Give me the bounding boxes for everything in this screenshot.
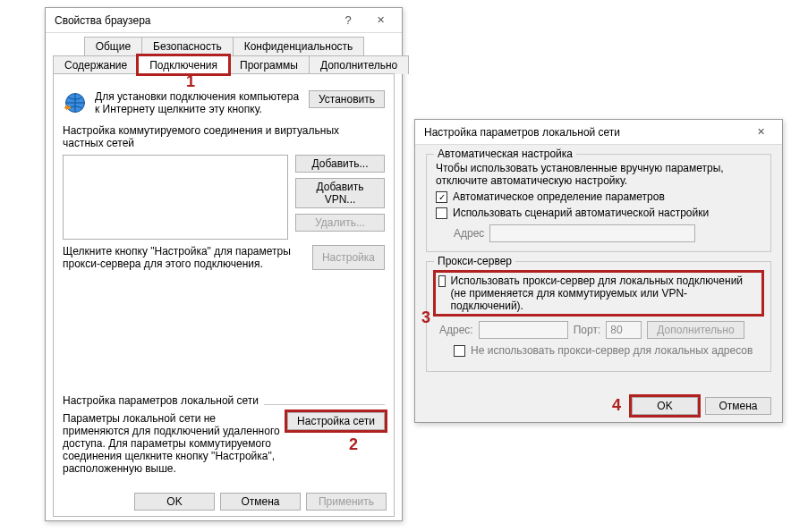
auto-config-group: Автоматическая настройка Чтобы использов… [426, 154, 771, 252]
lan-section-label: Настройка параметров локальной сети [63, 394, 259, 407]
browser-properties-window: Свойства браузера Общие Безопасность Кон… [45, 7, 403, 521]
script-address-input [489, 224, 695, 242]
tab-programs[interactable]: Программы [228, 55, 310, 74]
help-icon[interactable] [332, 11, 364, 30]
close-icon[interactable] [364, 11, 396, 30]
use-proxy-label: Использовать прокси-сервер для локальных… [451, 274, 759, 312]
setup-description: Для установки подключения компьютера к И… [95, 90, 302, 115]
tab-connections[interactable]: Подключения [138, 55, 229, 74]
proxy-advanced-button: Дополнительно [647, 321, 744, 339]
tab-general[interactable]: Общие [84, 37, 142, 55]
use-script-checkbox[interactable] [436, 207, 447, 219]
close-icon[interactable] [744, 122, 777, 142]
tab-privacy[interactable]: Конфиденциальность [233, 37, 365, 55]
use-script-label: Использовать сценарий автоматической нас… [453, 207, 709, 219]
titlebar[interactable]: Настройка параметров локальной сети [415, 120, 782, 145]
proxy-group: Прокси-сервер Использовать прокси-сервер… [426, 261, 771, 372]
group-title-proxy: Прокси-сервер [434, 255, 515, 267]
cancel-button[interactable]: Отмена [705, 397, 771, 415]
settings-button: Настройка [312, 245, 385, 270]
tab-security[interactable]: Безопасность [141, 37, 234, 55]
annotation-1: 1 [186, 72, 195, 91]
titlebar[interactable]: Свойства браузера [46, 8, 402, 33]
ok-button[interactable]: OK [134, 493, 215, 511]
ok-button[interactable]: OK [632, 397, 698, 415]
proxy-port-label: Порт: [574, 324, 601, 336]
bypass-local-checkbox[interactable] [454, 345, 465, 357]
connections-listbox[interactable] [63, 155, 288, 240]
tab-content[interactable]: Содержание [53, 55, 139, 74]
annotation-4: 4 [612, 396, 621, 415]
remove-button: Удалить... [295, 214, 385, 232]
auto-detect-label: Автоматическое определение параметров [453, 190, 665, 203]
setup-button[interactable]: Установить [309, 90, 385, 108]
tab-panel-connections: 1 Для установки подключения компьютера к… [53, 73, 395, 517]
dialup-section-label: Настройка коммутируемого соединения и ви… [63, 124, 379, 149]
proxy-address-input [479, 321, 568, 339]
auto-config-description: Чтобы использовать установленные вручную… [436, 162, 761, 187]
annotation-3: 3 [421, 308, 430, 327]
divider [264, 404, 385, 405]
lan-hint: Параметры локальной сети не применяются … [63, 412, 280, 475]
window-title: Настройка параметров локальной сети [424, 126, 744, 139]
lan-settings-button[interactable]: Настройка сети [287, 412, 385, 430]
script-address-label: Адрес [454, 227, 484, 240]
globe-icon [63, 90, 88, 115]
annotation-2: 2 [349, 435, 358, 454]
add-button[interactable]: Добавить... [295, 155, 385, 173]
auto-detect-checkbox[interactable] [436, 191, 447, 203]
use-proxy-checkbox[interactable] [438, 275, 446, 287]
window-title: Свойства браузера [55, 14, 332, 27]
group-title-auto: Автоматическая настройка [434, 148, 576, 160]
lan-settings-window: Настройка параметров локальной сети Авто… [414, 119, 783, 423]
tabs: Общие Безопасность Конфиденциальность Со… [46, 33, 402, 517]
bypass-local-label: Не использовать прокси-сервер для локаль… [471, 344, 753, 357]
settings-hint: Щелкните кнопку "Настройка" для параметр… [63, 245, 305, 270]
cancel-button[interactable]: Отмена [220, 493, 301, 511]
proxy-port-input [606, 321, 642, 339]
add-vpn-button[interactable]: Добавить VPN... [295, 178, 385, 208]
apply-button: Применить [306, 493, 387, 511]
proxy-address-label: Адрес: [439, 324, 473, 336]
tab-advanced[interactable]: Дополнительно [309, 55, 409, 74]
